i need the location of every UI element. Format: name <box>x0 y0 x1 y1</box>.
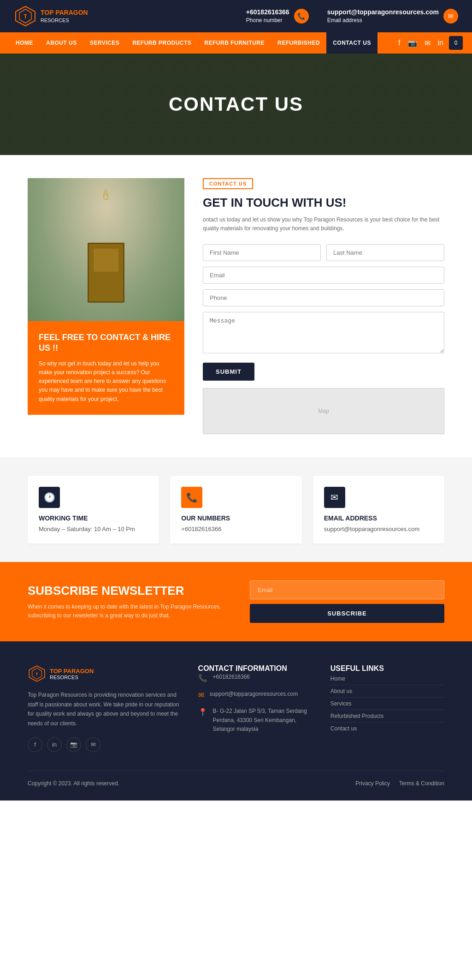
terms-link[interactable]: Terms & Condition <box>399 780 444 787</box>
form-desc: ontact us today and let us show you why … <box>203 215 444 233</box>
footer-link-about[interactable]: About us <box>330 685 444 698</box>
contact-form-area: CONTACT US GET IN TOUCH WITH US! ontact … <box>203 178 444 434</box>
facebook-icon[interactable]: f <box>396 37 402 49</box>
logo: T TOP PARAGON RESORCES <box>14 5 88 28</box>
main-nav: HOME ABOUT US SERVICES REFURB PRODUCTS R… <box>0 32 472 54</box>
footer-linkedin-icon[interactable]: in <box>47 737 62 752</box>
footer-links: USEFUL LINKS Home About us Services Refu… <box>330 664 444 752</box>
footer-address-item: 📍 B- G-22 Jalan SP 5/3, Taman Serdang Pe… <box>198 707 312 734</box>
contact-us-badge: CONTACT US <box>203 178 253 189</box>
phone-card-text: +60182616366 <box>181 526 290 532</box>
svg-text:T: T <box>35 671 38 676</box>
name-row <box>203 244 444 261</box>
footer-address-text: B- G-22 Jalan SP 5/3, Taman Serdang Perd… <box>213 707 312 734</box>
email-icon[interactable]: ✉ <box>443 9 458 24</box>
footer-address-icon: 📍 <box>198 708 207 717</box>
working-time-text: Monday – Saturday: 10 Am – 10 Pm <box>39 526 148 532</box>
email-input[interactable] <box>203 267 444 284</box>
linkedin-icon[interactable]: in <box>436 37 445 49</box>
copyright-text: Copyright © 2023. All rights reserved. <box>28 780 119 787</box>
submit-button[interactable]: SUBMIT <box>203 363 254 381</box>
footer-mail-icon[interactable]: ✉ <box>86 737 100 752</box>
contact-orange-box: FEEL FREE TO CONTACT & HIRE US !! So why… <box>28 321 184 415</box>
newsletter-text: SUBSCRIBE NEWSLETTER When it comes to ke… <box>28 584 222 620</box>
email-contact: support@topparagonresources.com Email ad… <box>327 8 458 24</box>
working-time-card: 🕐 WORKING TIME Monday – Saturday: 10 Am … <box>28 476 159 544</box>
newsletter-email-input[interactable] <box>250 580 444 599</box>
footer-links-title: USEFUL LINKS <box>330 664 444 673</box>
footer-phone-icon: 📞 <box>198 674 207 682</box>
footer-link-services[interactable]: Services <box>330 698 444 710</box>
cart-button[interactable]: 0 <box>449 36 463 50</box>
footer-email-icon: ✉ <box>198 691 204 699</box>
nav-refurb-furniture[interactable]: REFURB FURNITURE <box>198 32 271 54</box>
footer-grid: T TOP PARAGON RESORCES Top Paragon Resou… <box>28 664 444 752</box>
nav-contact[interactable]: CONTACT US <box>326 32 378 54</box>
email-address: support@topparagonresources.com <box>327 8 439 16</box>
nav-refurbished[interactable]: REFURBISHED <box>271 32 326 54</box>
map-placeholder: Map <box>203 388 444 434</box>
footer: T TOP PARAGON RESORCES Top Paragon Resou… <box>0 641 472 801</box>
email-card-icon: ✉ <box>324 487 345 508</box>
email-card: ✉ EMAIL ADDRESS support@topparagonresour… <box>313 476 444 544</box>
footer-logo: T TOP PARAGON RESORCES <box>28 664 180 683</box>
footer-bottom: Copyright © 2023. All rights reserved. P… <box>28 771 444 787</box>
nav-items: HOME ABOUT US SERVICES REFURB PRODUCTS R… <box>9 32 396 54</box>
nav-right: f 📷 ✉ in 0 <box>396 36 463 50</box>
newsletter-title: SUBSCRIBE NEWSLETTER <box>28 584 222 598</box>
top-bar: T TOP PARAGON RESORCES +60182616366 Phon… <box>0 0 472 32</box>
newsletter-form: SUBSCRIBE <box>250 580 444 623</box>
nav-services[interactable]: SERVICES <box>83 32 126 54</box>
footer-contact: CONTACT INFORMATION 📞 +60182616366 ✉ sup… <box>198 664 312 752</box>
top-bar-contact: +60182616366 Phone number 📞 support@topp… <box>246 8 458 24</box>
contact-left: 🕯 FEEL FREE TO CONTACT & HIRE US !! So w… <box>28 178 184 434</box>
footer-instagram-icon[interactable]: 📷 <box>66 737 81 752</box>
phone-icon[interactable]: 📞 <box>294 9 309 24</box>
footer-about: T TOP PARAGON RESORCES Top Paragon Resou… <box>28 664 180 752</box>
contact-section: 🕯 FEEL FREE TO CONTACT & HIRE US !! So w… <box>0 155 472 457</box>
clock-icon: 🕐 <box>39 487 60 508</box>
contact-image: 🕯 <box>28 178 184 321</box>
footer-social: f in 📷 ✉ <box>28 737 180 752</box>
footer-contact-title: CONTACT INFORMATION <box>198 664 312 673</box>
footer-bottom-links: Privacy Policy Terms & Condition <box>355 780 444 787</box>
privacy-policy-link[interactable]: Privacy Policy <box>355 780 390 787</box>
phone-input[interactable] <box>203 289 444 306</box>
footer-phone-item: 📞 +60182616366 <box>198 673 312 682</box>
phone-card: 📞 OUR NUMBERS +60182616366 <box>170 476 301 544</box>
email-card-text: support@topparagonresources.com <box>324 526 433 532</box>
footer-link-contact[interactable]: Contact us <box>330 723 444 735</box>
phone-contact: +60182616366 Phone number 📞 <box>246 8 309 24</box>
last-name-input[interactable] <box>326 244 444 261</box>
message-input[interactable] <box>203 312 444 353</box>
working-time-title: WORKING TIME <box>39 514 148 522</box>
newsletter-section: SUBSCRIBE NEWSLETTER When it comes to ke… <box>0 562 472 641</box>
door-decoration <box>88 243 124 303</box>
mail-icon[interactable]: ✉ <box>423 37 432 49</box>
phone-label: Phone number <box>246 17 283 24</box>
first-name-input[interactable] <box>203 244 321 261</box>
email-card-title: EMAIL ADDRESS <box>324 514 433 522</box>
svg-text:T: T <box>24 13 27 20</box>
footer-email-item: ✉ support@topparagonresources.com <box>198 690 312 699</box>
subscribe-button[interactable]: SUBSCRIBE <box>250 604 444 623</box>
orange-box-text: So why not get in touch today and let us… <box>39 359 173 404</box>
footer-link-home[interactable]: Home <box>330 673 444 685</box>
email-label: Email address <box>327 17 362 24</box>
orange-box-title: FEEL FREE TO CONTACT & HIRE US !! <box>39 332 173 354</box>
phone-card-icon: 📞 <box>181 487 202 508</box>
nav-refurb-products[interactable]: REFURB PRODUCTS <box>126 32 198 54</box>
footer-description: Top Paragon Resources is providing renov… <box>28 690 180 728</box>
hero-title: CONTACT US <box>169 93 303 115</box>
form-title: GET IN TOUCH WITH US! <box>203 196 444 210</box>
info-cards: 🕐 WORKING TIME Monday – Saturday: 10 Am … <box>0 457 472 562</box>
nav-about[interactable]: ABOUT US <box>40 32 83 54</box>
chandelier-decoration: 🕯 <box>92 187 120 206</box>
nav-home[interactable]: HOME <box>9 32 40 54</box>
footer-link-refurbished[interactable]: Refurbished Products <box>330 710 444 723</box>
instagram-icon[interactable]: 📷 <box>406 37 419 49</box>
hero-section: CONTACT US <box>0 54 472 155</box>
phone-number: +60182616366 <box>246 8 289 16</box>
footer-facebook-icon[interactable]: f <box>28 737 42 752</box>
newsletter-description: When it comes to keeping up to date with… <box>28 603 222 620</box>
